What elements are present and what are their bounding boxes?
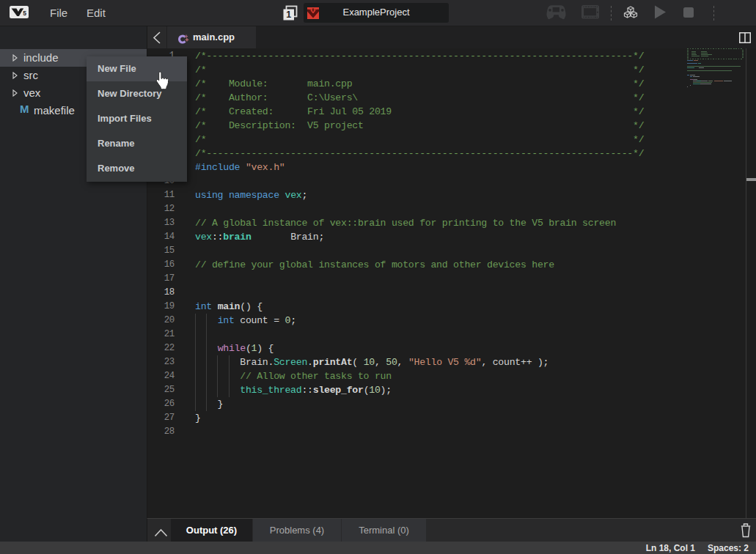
svg-text:1: 1 bbox=[286, 10, 291, 20]
svg-text:5: 5 bbox=[23, 10, 26, 17]
